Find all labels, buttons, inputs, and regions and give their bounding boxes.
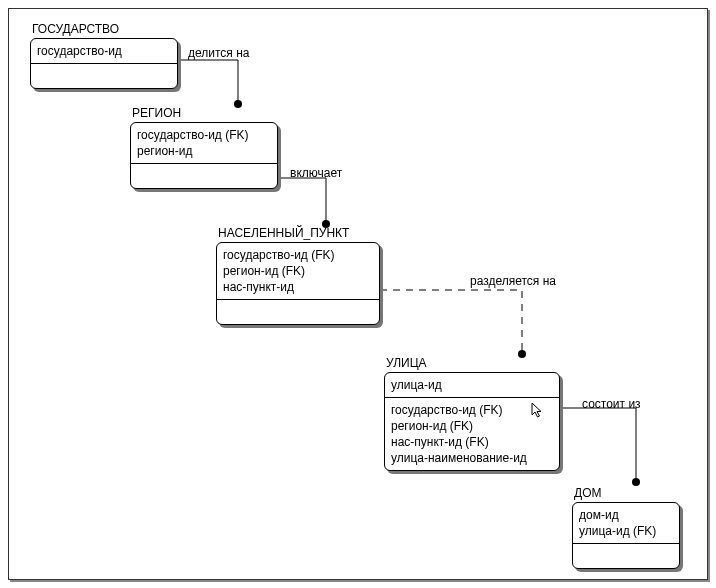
pk-field: государство-ид xyxy=(37,43,171,59)
pk-field: регион-ид (FK) xyxy=(223,263,373,279)
entity-box: государство-ид xyxy=(30,38,178,89)
pk-section: государство-ид (FK) регион-ид xyxy=(131,123,277,163)
attr-section xyxy=(131,163,277,188)
pk-section: дом-ид улица-ид (FK) xyxy=(573,503,679,543)
pk-field: государство-ид (FK) xyxy=(223,247,373,263)
entity-box: государство-ид (FK) регион-ид xyxy=(130,122,278,189)
pk-section: государство-ид xyxy=(31,39,177,63)
diagram-canvas: ГОСУДАРСТВО государство-ид РЕГИОН госуда… xyxy=(0,0,716,588)
pk-section: государство-ид (FK) регион-ид (FK) нас-п… xyxy=(217,243,379,299)
rel-label-state-region: делится на xyxy=(188,46,249,60)
attr-field: улица-наименование-ид xyxy=(391,450,553,466)
pk-field: регион-ид xyxy=(137,143,271,159)
attr-section: государство-ид (FK) регион-ид (FK) нас-п… xyxy=(385,397,559,470)
entity-house[interactable]: ДОМ дом-ид улица-ид (FK) xyxy=(572,486,680,569)
pk-section: улица-ид xyxy=(385,373,559,397)
entity-street[interactable]: УЛИЦА улица-ид государство-ид (FK) регио… xyxy=(384,356,560,471)
attr-section xyxy=(573,543,679,568)
entity-title: НАСЕЛЕННЫЙ_ПУНКТ xyxy=(218,226,380,240)
entity-box: улица-ид государство-ид (FK) регион-ид (… xyxy=(384,372,560,471)
pk-field: улица-ид (FK) xyxy=(579,523,673,539)
entity-region[interactable]: РЕГИОН государство-ид (FK) регион-ид xyxy=(130,106,278,189)
entity-title: ДОМ xyxy=(574,486,680,500)
pk-field: улица-ид xyxy=(391,377,553,393)
rel-label-settlement-street: разделяется на xyxy=(470,274,556,288)
attr-section xyxy=(31,63,177,88)
rel-label-region-settlement: включает xyxy=(290,166,342,180)
attr-section xyxy=(217,299,379,324)
entity-box: государство-ид (FK) регион-ид (FK) нас-п… xyxy=(216,242,380,325)
pk-field: государство-ид (FK) xyxy=(137,127,271,143)
entity-state[interactable]: ГОСУДАРСТВО государство-ид xyxy=(30,22,178,89)
entity-title: РЕГИОН xyxy=(132,106,278,120)
attr-field: нас-пункт-ид (FK) xyxy=(391,434,553,450)
entity-title: ГОСУДАРСТВО xyxy=(32,22,178,36)
rel-label-street-house: состоит из xyxy=(582,397,641,411)
pk-field: дом-ид xyxy=(579,507,673,523)
entity-title: УЛИЦА xyxy=(386,356,560,370)
entity-settlement[interactable]: НАСЕЛЕННЫЙ_ПУНКТ государство-ид (FK) рег… xyxy=(216,226,380,325)
attr-field: государство-ид (FK) xyxy=(391,402,553,418)
attr-field: регион-ид (FK) xyxy=(391,418,553,434)
pk-field: нас-пункт-ид xyxy=(223,279,373,295)
entity-box: дом-ид улица-ид (FK) xyxy=(572,502,680,569)
